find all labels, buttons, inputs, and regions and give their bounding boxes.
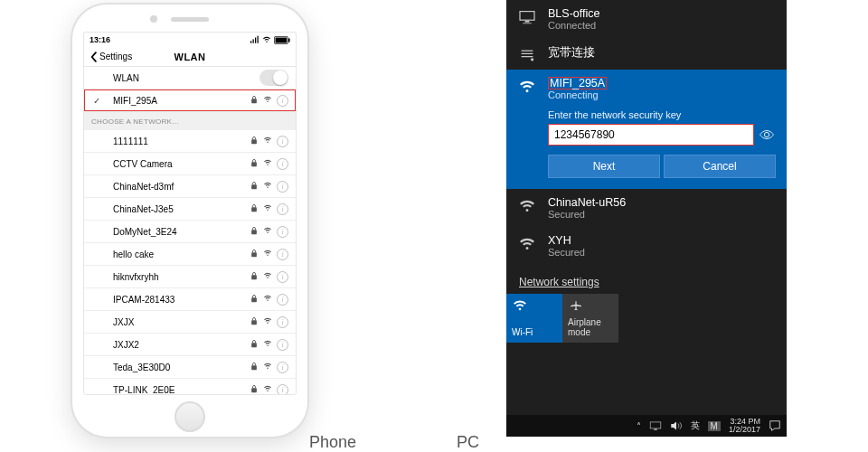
network-row[interactable]: hiknvfxryhhi [84, 266, 296, 288]
wifi-strength-icon [263, 362, 272, 372]
chevron-left-icon [90, 52, 98, 62]
svg-rect-7 [251, 99, 257, 103]
monitor-icon [517, 7, 537, 24]
info-icon[interactable]: i [277, 339, 288, 351]
svg-rect-3 [258, 36, 259, 43]
cancel-button[interactable]: Cancel [664, 155, 776, 178]
network-row[interactable]: JXJX2i [84, 334, 296, 356]
network-row[interactable]: 1111111i [84, 130, 296, 153]
network-name: ChinaNet-uR56 [548, 196, 626, 209]
network-name: XYH [548, 234, 585, 247]
tray-monitor-icon[interactable] [649, 419, 662, 432]
network-ssid: IPCAM-281433 [113, 295, 250, 305]
network-item[interactable]: ChinaNet-uR56Secured [506, 189, 787, 227]
wifi-strength-icon [263, 271, 272, 282]
taskbar-clock[interactable]: 3:24 PM 1/2/2017 [729, 418, 760, 434]
network-item[interactable]: BLS-officeConnected [506, 0, 787, 38]
tray-chevron-up-icon[interactable]: ˄ [637, 421, 641, 431]
network-row[interactable]: ChinaNet-d3mfi [84, 175, 296, 198]
network-ssid: CCTV Camera [113, 159, 250, 169]
wifi-quick-tile[interactable]: Wi-Fi [506, 294, 562, 343]
info-icon[interactable]: i [277, 181, 288, 193]
network-row[interactable]: JXJXi [84, 311, 296, 334]
network-settings-link[interactable]: Network settings [506, 265, 787, 294]
connected-network-row[interactable]: ✓ MIFI_295A i [84, 89, 296, 112]
lock-icon [250, 384, 259, 395]
system-tray: ˄ 英 M 3:24 PM 1/2/2017 [637, 418, 781, 434]
lock-icon [250, 158, 259, 169]
info-icon[interactable]: i [277, 95, 288, 107]
svg-rect-6 [288, 38, 290, 42]
network-item[interactable]: XYHSecured [506, 227, 787, 265]
lock-icon [250, 271, 259, 282]
network-item[interactable]: 宽带连接 [506, 38, 787, 70]
wlan-toggle[interactable] [259, 70, 288, 86]
info-icon[interactable]: i [277, 316, 288, 328]
network-row[interactable]: CCTV Camerai [84, 153, 296, 175]
info-icon[interactable]: i [277, 158, 288, 170]
info-icon[interactable]: i [277, 203, 288, 215]
svg-rect-2 [255, 38, 256, 43]
lock-icon [250, 203, 259, 214]
lock-icon [250, 95, 259, 106]
connecting-state: Connecting [548, 89, 607, 100]
nav-title: WLAN [175, 52, 206, 62]
network-ssid: JXJX [113, 317, 250, 327]
home-button[interactable] [175, 401, 205, 432]
status-time: 13:16 [90, 35, 110, 44]
network-password-input[interactable] [548, 124, 754, 146]
network-row[interactable]: hello cakei [84, 243, 296, 266]
lock-icon [250, 294, 259, 305]
available-networks-list: 1111111iCCTV CameraiChinaNet-d3mfiChinaN… [84, 130, 296, 395]
svg-rect-10 [251, 184, 257, 189]
svg-rect-26 [654, 429, 657, 430]
wifi-status-icon [262, 35, 271, 44]
iphone-screen: 13:16 Settings WLAN WLAN ✓ [83, 32, 297, 395]
network-name: 宽带连接 [548, 45, 595, 61]
info-icon[interactable]: i [277, 271, 288, 283]
network-ssid: 1111111 [113, 137, 250, 146]
wifi-strength-icon [263, 339, 272, 350]
network-row[interactable]: Teda_3E30D0i [84, 356, 296, 379]
connected-ssid: MIFI_295A [113, 96, 250, 106]
tray-notifications-icon[interactable] [769, 419, 781, 432]
network-row[interactable]: IPCAM-281433i [84, 288, 296, 311]
lock-icon [250, 362, 259, 372]
wifi-strength-icon [263, 181, 272, 192]
svg-rect-8 [251, 139, 257, 144]
info-icon[interactable]: i [277, 136, 288, 147]
wifi-strength-icon [263, 294, 272, 305]
network-row[interactable]: ChinaNet-J3e5i [84, 198, 296, 221]
next-button[interactable]: Next [548, 155, 660, 178]
airplane-quick-tile[interactable]: Airplane mode [562, 294, 618, 343]
wifi-icon [517, 196, 537, 213]
svg-point-24 [531, 58, 533, 61]
tray-ime-mode[interactable]: M [708, 421, 721, 431]
back-button[interactable]: Settings [90, 52, 132, 62]
network-ssid: DoMyNet_3E24 [113, 227, 250, 237]
tray-volume-icon[interactable] [670, 419, 683, 432]
network-ssid: ChinaNet-J3e5 [113, 204, 250, 214]
info-icon[interactable]: i [277, 384, 288, 396]
info-icon[interactable]: i [277, 294, 288, 306]
connected-networks-list: BLS-officeConnected宽带连接 [506, 0, 787, 70]
show-password-icon[interactable] [758, 129, 776, 140]
network-row[interactable]: TP-LINK_2E0Ei [84, 379, 296, 395]
lock-icon [250, 316, 259, 327]
status-icons [250, 35, 290, 44]
network-ssid: hiknvfxryhh [113, 272, 250, 282]
network-state: Secured [548, 247, 585, 258]
info-icon[interactable]: i [277, 362, 288, 373]
airplane-tile-label: Airplane mode [568, 317, 613, 337]
other-networks-list: ChinaNet-uR56SecuredXYHSecured [506, 189, 787, 265]
tray-ime-lang[interactable]: 英 [691, 419, 700, 432]
svg-rect-0 [250, 41, 251, 43]
phone-caption: Phone [309, 433, 356, 452]
toggle-knob [273, 71, 288, 85]
lock-icon [250, 226, 259, 237]
network-row[interactable]: DoMyNet_3E24i [84, 221, 296, 243]
info-icon[interactable]: i [277, 226, 288, 238]
svg-rect-9 [251, 162, 257, 166]
svg-rect-12 [251, 230, 257, 234]
info-icon[interactable]: i [277, 249, 288, 260]
